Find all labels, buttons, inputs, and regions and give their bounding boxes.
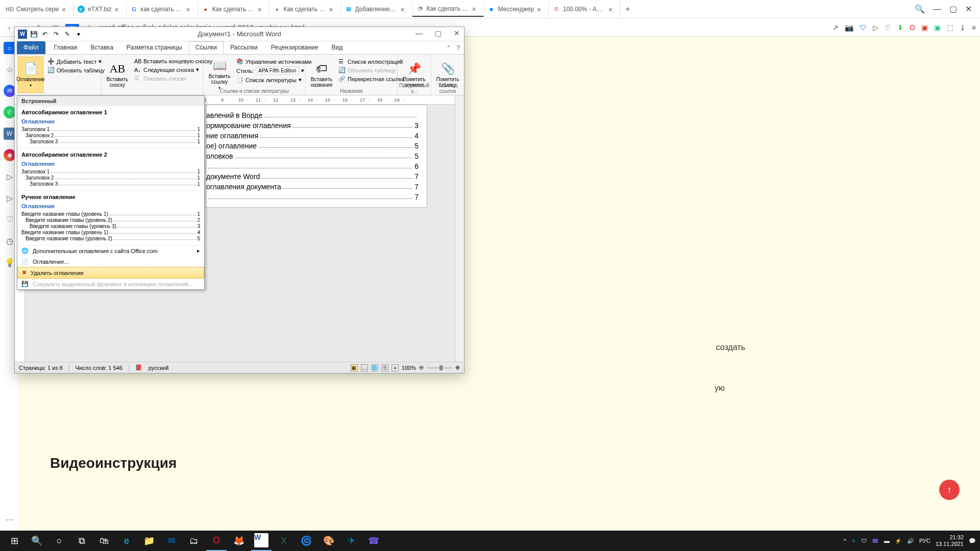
tab-etxt[interactable]: eeTXT.biz×	[74, 2, 127, 17]
close-icon[interactable]: ×	[186, 6, 193, 13]
download-icon[interactable]: ⬇	[897, 23, 903, 32]
close-icon[interactable]: ×	[472, 5, 479, 12]
tray-volume-icon[interactable]: 🔊	[907, 538, 914, 544]
language-indicator[interactable]: русский	[149, 365, 168, 371]
zoom-level[interactable]: 100%	[402, 365, 416, 371]
format-icon[interactable]: ✎	[63, 30, 72, 39]
bibliography-button[interactable]: 📑Список литературы ▾	[235, 76, 312, 84]
page-indicator[interactable]: Страница: 1 из 8	[19, 365, 63, 371]
draft-icon[interactable]: ≡	[391, 364, 399, 371]
tab-5[interactable]: ●Как сделать сод×	[270, 2, 341, 17]
document-page[interactable]: авлений в Вордеормирование оглавления3ни…	[206, 105, 427, 208]
instagram-icon[interactable]: ◉	[4, 149, 16, 161]
tray-chevron-icon[interactable]: ^	[844, 538, 846, 544]
toc-button[interactable]: 📄 Оглавление ▾	[18, 57, 43, 93]
zoom-slider[interactable]	[427, 367, 452, 369]
tray-defender-icon[interactable]: 🛡	[861, 538, 867, 544]
new-tab-button[interactable]: +	[620, 5, 635, 14]
cross-ref-button[interactable]: 🔗Перекрестная ссылка	[337, 75, 406, 83]
toc-line[interactable]: ое) оглавление5	[206, 142, 419, 150]
back-icon[interactable]: ‹	[4, 22, 14, 33]
word-count[interactable]: Число слов: 1 546	[76, 365, 122, 371]
heart-icon[interactable]: ♡	[885, 23, 891, 32]
tab-anti[interactable]: ©100.00% - Анти×	[549, 2, 620, 17]
tray-lang[interactable]: РУС	[919, 538, 930, 544]
close-icon[interactable]: ×	[401, 6, 408, 13]
tab-view[interactable]: Вид	[325, 41, 349, 54]
play-icon[interactable]: ▷	[4, 170, 16, 183]
notifications-icon[interactable]: 💬	[969, 538, 976, 544]
task-view-icon[interactable]: ⧉	[71, 531, 92, 551]
tab-home[interactable]: Главная	[47, 41, 84, 54]
shield-icon[interactable]: 🛡	[860, 23, 867, 32]
bulb-icon[interactable]: 💡	[4, 256, 16, 268]
close-window-icon[interactable]: ✕	[965, 4, 972, 14]
insert-citation-button[interactable]: 📖 Вставить ссылку ▾	[207, 57, 232, 93]
tab-google[interactable]: Gкак сделать огл×	[127, 2, 198, 17]
collapse-ribbon-icon[interactable]: ⌃	[446, 44, 451, 52]
paper-icon[interactable]: ▷	[4, 192, 16, 204]
easy-setup-icon[interactable]: ≡	[972, 23, 976, 32]
manage-sources-button[interactable]: 📚Управление источниками	[235, 58, 312, 65]
app-icon[interactable]: 🗂	[184, 531, 204, 551]
redo-icon[interactable]: ↷	[52, 30, 61, 39]
downloads-icon[interactable]: ⤓	[960, 23, 966, 32]
tab-insert[interactable]: Вставка	[84, 41, 120, 54]
toc-auto1-item[interactable]: Автособираемое оглавление 1 Оглавление З…	[17, 106, 204, 148]
ext2-icon[interactable]: ▣	[934, 23, 941, 32]
close-icon[interactable]: ✕	[454, 29, 460, 37]
style-select[interactable]: Стиль: APA Fifth Edition ▾	[235, 66, 312, 75]
more-icon[interactable]: ⋯	[4, 513, 16, 525]
vertical-scrollbar[interactable]	[455, 95, 464, 362]
insert-caption-button[interactable]: 🏷 Вставить название	[309, 57, 334, 93]
web-layout-icon[interactable]: 🌐	[371, 364, 378, 371]
toc-manual-item[interactable]: Ручное оглавление Оглавление Введите наз…	[17, 191, 204, 245]
next-footnote-button[interactable]: A↓Следующая сноска ▾	[133, 66, 213, 73]
insert-footnote-button[interactable]: AB Вставить сноску	[105, 57, 130, 93]
start-button[interactable]: ⊞	[4, 531, 24, 551]
toc-line[interactable]: авлений в Ворде	[206, 111, 419, 119]
help-icon[interactable]: ?	[456, 44, 460, 52]
minimize-icon[interactable]: —	[415, 29, 423, 37]
ie-icon[interactable]: e	[116, 531, 137, 551]
telegram-icon[interactable]: ✈	[341, 531, 361, 551]
whatsapp-icon[interactable]: ✆	[4, 106, 16, 118]
toc-line[interactable]: оглавления документа7	[206, 183, 419, 191]
toc-auto2-item[interactable]: Автособираемое оглавление 2 Оглавление З…	[17, 148, 204, 191]
tray-telegram-icon[interactable]: ✈	[851, 538, 856, 544]
star-icon[interactable]: ☆	[4, 63, 16, 76]
save-icon[interactable]: 💾	[29, 30, 38, 39]
home-icon[interactable]: ⌂	[4, 42, 16, 54]
tab-messenger[interactable]: ■Мессенджер×	[484, 2, 549, 17]
toc-line[interactable]: 7	[206, 193, 419, 201]
close-icon[interactable]: ×	[115, 6, 122, 13]
tray-viber-icon[interactable]: ☎	[872, 538, 879, 544]
close-icon[interactable]: ×	[608, 6, 616, 13]
explorer-icon[interactable]: 📁	[139, 531, 159, 551]
close-icon[interactable]: ×	[62, 6, 69, 13]
tray-wifi-icon[interactable]: ⚡	[895, 538, 902, 544]
update-table2-button[interactable]: 🔄Обновить таблицу	[337, 66, 406, 74]
figures-list-button[interactable]: ☰Список иллюстраций	[337, 58, 406, 65]
cortana-icon[interactable]: ○	[49, 531, 69, 551]
reading-icon[interactable]: 📖	[361, 364, 368, 371]
zoom-in-icon[interactable]: ⊕	[455, 364, 460, 371]
toc-line[interactable]: документе Word7	[206, 172, 419, 181]
mail-icon[interactable]: ✉	[161, 531, 182, 551]
print-layout-icon[interactable]: ▦	[351, 364, 358, 371]
opera-icon[interactable]: O	[206, 531, 227, 551]
minimize-icon[interactable]: —	[933, 5, 941, 14]
toc-line[interactable]: ормирование оглавления3	[206, 121, 419, 130]
spell-icon[interactable]: 📕	[135, 364, 142, 371]
screenshot-icon[interactable]: 📷	[845, 23, 853, 32]
tab-active[interactable]: ◔Как сделать огл×	[412, 2, 484, 17]
zoom-out-icon[interactable]: ⊖	[419, 364, 424, 371]
word-taskbar-icon[interactable]: W	[251, 531, 272, 551]
more-toc-online[interactable]: 🌐 Дополнительные оглавления с сайта Offi…	[17, 245, 204, 256]
tab-file[interactable]: Файл	[17, 41, 45, 54]
share-icon[interactable]: ↗	[832, 23, 839, 32]
maximize-icon[interactable]: ▢	[435, 29, 442, 37]
custom-toc-menu[interactable]: 📄 Оглавление...	[17, 256, 204, 267]
cube-icon[interactable]: ⬚	[947, 23, 953, 32]
toc-line[interactable]: 6	[206, 162, 419, 170]
